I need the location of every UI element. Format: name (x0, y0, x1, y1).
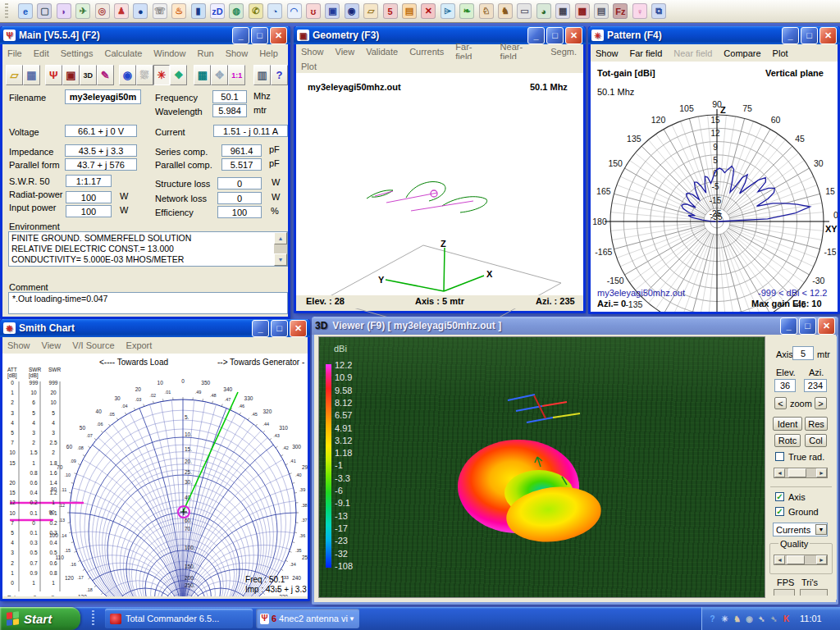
phone-gray-icon[interactable]: ☏ (153, 3, 167, 19)
person-pink-icon[interactable]: ♀ (632, 3, 647, 19)
sphere-navy-icon[interactable]: ◉ (345, 3, 359, 19)
axis-checkbox[interactable]: ✓ (775, 492, 784, 501)
menu-item-file[interactable]: File (2, 46, 29, 61)
ie-document-icon[interactable]: e (18, 3, 33, 19)
res-button[interactable]: Res (805, 417, 828, 431)
task-button-dropdown-icon[interactable]: ▼ (349, 615, 355, 623)
menu-item-calculate[interactable]: Calculate (99, 46, 148, 61)
close-button[interactable]: ✕ (818, 317, 835, 335)
axis-input[interactable]: 5 (792, 346, 814, 360)
col-button[interactable]: Col (805, 434, 827, 447)
geometry-canvas[interactable]: my3eleyagi50mhz.out 50.1 Mhz ZXY (296, 73, 583, 295)
menu-item-v-i-source[interactable]: V/I Source (67, 338, 121, 353)
minimize-button[interactable]: _ (780, 317, 797, 335)
ie-swoosh-icon[interactable]: ◠ (287, 3, 302, 19)
true-rad-checkbox[interactable] (775, 452, 784, 461)
maximize-button[interactable]: □ (799, 317, 816, 335)
folder-cam-icon[interactable]: ▱ (363, 3, 378, 19)
pattern-titlebar[interactable]: ✳ Pattern (F4) _ □ ✕ (588, 26, 840, 44)
menu-item-far-field[interactable]: Far field (625, 46, 669, 61)
comment-box[interactable]: *.Out loading-time=0.047 (8, 292, 288, 314)
help-tray-icon[interactable]: ? (707, 614, 718, 624)
menu-item-compare[interactable]: Compare (719, 46, 767, 61)
user-red-icon[interactable]: ♟ (114, 3, 129, 19)
toolbar-drag-handle[interactable] (5, 3, 8, 20)
book-button[interactable]: ▥ (253, 65, 271, 85)
menu-item-help[interactable]: Help (254, 46, 285, 61)
wavelength-input[interactable]: 5.984 (212, 104, 247, 117)
menu-item-show[interactable]: Show (221, 46, 255, 61)
close-button[interactable]: ✕ (270, 27, 287, 44)
geometry-button[interactable]: ▣ (62, 65, 80, 85)
fire-orange-icon[interactable]: ♨ (171, 3, 186, 19)
pattern-canvas[interactable]: Tot-gain [dBi] Vertical plane 50.1 Mhz 1… (591, 62, 838, 312)
antenna-button[interactable]: Ψ (45, 65, 62, 85)
3d-view-button[interactable]: 3D (80, 65, 97, 85)
globe-green-icon[interactable]: ◍ (229, 3, 244, 19)
calculator-button[interactable]: ▦ (194, 65, 211, 85)
phone-yellow-icon[interactable]: ✆ (249, 3, 263, 19)
tv-red-icon[interactable]: ▩ (575, 3, 590, 19)
minimize-button[interactable]: _ (252, 320, 269, 337)
maximize-button[interactable]: □ (546, 27, 564, 44)
edit-button[interactable]: ✎ (97, 65, 114, 85)
close-button[interactable]: ✕ (565, 27, 582, 44)
viewer-titlebar[interactable]: 3D Viewer (F9) [ my3eleyagi50mhz.out ] _… (312, 317, 838, 335)
filename-input[interactable]: my3eleyagi50m (65, 89, 141, 104)
rotc-button[interactable]: Rotc (774, 434, 801, 447)
smith-titlebar[interactable]: ❋ Smith Chart _ □ ✕ (0, 319, 310, 337)
zoom-out-button[interactable]: < (774, 397, 787, 409)
start-button[interactable]: Start (0, 607, 80, 630)
menu-item-plot[interactable]: Plot (768, 46, 795, 61)
menu-item-show[interactable]: Show (296, 44, 331, 59)
airplane-icon[interactable]: ✈ (75, 3, 90, 19)
network-globe-icon[interactable]: ◗ (57, 3, 71, 19)
quality-slider[interactable]: ◄► (774, 555, 828, 565)
sphere-blue-icon[interactable]: ◔ (267, 3, 282, 19)
elev-input[interactable]: 36 (774, 379, 796, 392)
leaf-green-icon[interactable]: ❧ (459, 3, 474, 19)
menu-item-plot[interactable]: Plot (296, 59, 323, 74)
main-titlebar[interactable]: Ψ Main [V5.5.4] (F2) _ □ ✕ (0, 26, 290, 44)
disc-5-icon[interactable]: 5 (383, 3, 398, 19)
pattern-button[interactable]: ✳ (153, 65, 171, 85)
ident-button[interactable]: Ident (773, 417, 802, 431)
maximize-button[interactable]: □ (271, 320, 288, 337)
menu-item-segm-[interactable]: Segm. (546, 44, 583, 59)
open-button[interactable]: ▱ (6, 65, 23, 85)
globe-dark-icon[interactable]: ● (133, 3, 148, 19)
far-field-button[interactable]: ❖ (170, 65, 187, 85)
menu-item-validate[interactable]: Validate (361, 44, 404, 59)
filezilla-icon[interactable]: Fz (613, 3, 628, 19)
menu-item-near-field[interactable]: Near field (669, 46, 719, 61)
menu-item-edit[interactable]: Edit (29, 46, 56, 61)
maximize-button[interactable]: □ (251, 27, 268, 44)
palm-scene-icon[interactable]: ⌲ (441, 3, 455, 19)
ground-checkbox[interactable]: ✓ (775, 507, 784, 516)
menu-item-export[interactable]: Export (121, 338, 159, 353)
x-red-icon[interactable]: ✕ (421, 3, 436, 19)
close-button[interactable]: ✕ (290, 320, 307, 337)
zd-app-icon[interactable]: zD (210, 3, 225, 19)
rad-slider[interactable]: ◄► (774, 468, 828, 478)
menu-item-settings[interactable]: Settings (56, 46, 100, 61)
environment-box[interactable]: FINITE GROUND. SOMMERFELD SOLUTION RELAT… (8, 231, 288, 267)
viewer-3d-canvas[interactable]: dBi 12.210.99.588.126.574.913.121.18-1-3… (318, 336, 765, 598)
scroll-up-icon[interactable]: ▲ (274, 232, 287, 244)
minimize-button[interactable]: _ (232, 27, 249, 44)
emule-2-icon[interactable]: ♞ (498, 3, 513, 19)
close-button[interactable]: ✕ (819, 27, 837, 44)
scroll-down-icon[interactable]: ▼ (274, 253, 287, 266)
lighthouse-icon[interactable]: ▮ (191, 3, 206, 19)
mouse-tray-icon[interactable]: ➴ (756, 614, 767, 624)
menu-item-show[interactable]: Show (591, 46, 625, 61)
save-button[interactable]: ▦ (23, 65, 40, 85)
emule-tray-icon[interactable]: ♞ (732, 614, 742, 624)
help-button[interactable]: ? (271, 65, 288, 85)
radio-icon[interactable]: ▤ (594, 3, 609, 19)
menu-item-view[interactable]: View (37, 338, 68, 353)
sphere-green-icon[interactable]: ◕ (536, 3, 551, 19)
taskbar-button-total-commander[interactable]: Total Commander 6.5... (105, 609, 253, 628)
cd-burn-icon[interactable]: ◎ (95, 3, 110, 19)
menu-item-show[interactable]: Show (2, 338, 37, 353)
